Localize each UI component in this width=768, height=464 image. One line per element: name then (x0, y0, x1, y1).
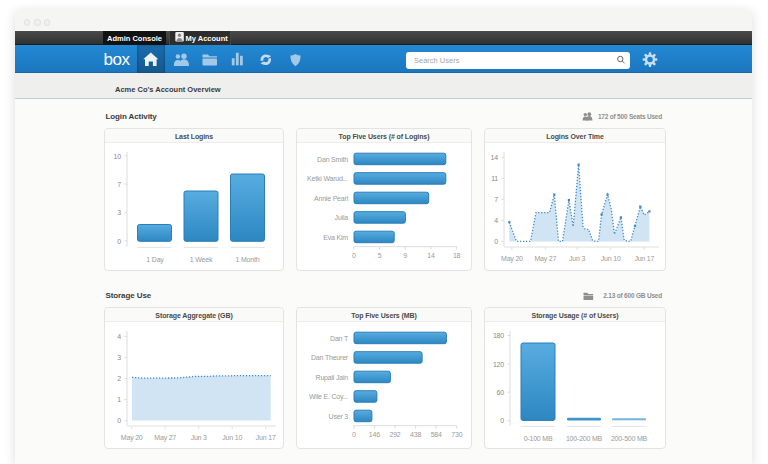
svg-text:7: 7 (494, 196, 498, 203)
svg-text:May 27: May 27 (534, 255, 556, 263)
svg-text:May 20: May 20 (121, 434, 143, 442)
svg-text:Jun 10: Jun 10 (601, 255, 621, 262)
svg-text:Jun 17: Jun 17 (634, 255, 654, 262)
svg-text:100-200 MB: 100-200 MB (566, 435, 603, 442)
svg-text:Wile E. Coy...: Wile E. Coy... (309, 393, 348, 401)
svg-text:Annie Pearl: Annie Pearl (314, 195, 349, 202)
svg-text:4: 4 (117, 333, 121, 340)
svg-text:1 Month: 1 Month (236, 256, 260, 263)
svg-text:2: 2 (117, 375, 121, 382)
svg-text:Eva Kim: Eva Kim (323, 234, 348, 241)
svg-text:Dan Theurer: Dan Theurer (311, 354, 349, 361)
svg-text:438: 438 (410, 431, 421, 438)
svg-text:Rupali Jain: Rupali Jain (316, 374, 349, 382)
svg-text:146: 146 (369, 431, 380, 438)
svg-text:0: 0 (352, 431, 356, 438)
svg-text:0-100 MB: 0-100 MB (524, 435, 553, 442)
svg-text:180: 180 (493, 332, 504, 339)
svg-text:Dan Smith: Dan Smith (317, 156, 348, 163)
svg-text:60: 60 (497, 389, 505, 396)
svg-text:0: 0 (117, 238, 121, 245)
svg-text:User 3: User 3 (329, 413, 349, 420)
svg-text:200-500 MB: 200-500 MB (611, 435, 648, 442)
svg-text:14: 14 (427, 252, 435, 259)
svg-text:730: 730 (451, 431, 462, 438)
svg-text:Ketki Warud...: Ketki Warud... (307, 175, 348, 182)
svg-text:May 20: May 20 (501, 255, 523, 263)
svg-text:0: 0 (494, 238, 498, 245)
svg-text:18: 18 (453, 252, 461, 259)
svg-text:0: 0 (500, 417, 504, 424)
svg-text:3: 3 (117, 209, 121, 216)
svg-text:Jun 3: Jun 3 (191, 434, 207, 441)
svg-text:0: 0 (117, 417, 121, 424)
svg-text:1 Week: 1 Week (190, 256, 213, 263)
svg-text:4: 4 (494, 217, 498, 224)
svg-text:10: 10 (114, 153, 122, 160)
svg-text:11: 11 (491, 175, 498, 182)
svg-text:120: 120 (493, 361, 504, 368)
svg-text:1 Day: 1 Day (146, 256, 164, 264)
svg-text:9: 9 (403, 252, 407, 259)
svg-text:584: 584 (431, 431, 442, 438)
svg-text:1: 1 (117, 396, 121, 403)
svg-text:May 27: May 27 (154, 434, 176, 442)
svg-text:292: 292 (389, 431, 400, 438)
svg-text:14: 14 (491, 154, 499, 161)
svg-text:0: 0 (352, 252, 356, 259)
svg-text:Jun 17: Jun 17 (256, 434, 276, 441)
svg-text:Dan T: Dan T (330, 335, 349, 342)
svg-text:Julia: Julia (335, 214, 349, 221)
svg-text:Jun 10: Jun 10 (222, 434, 242, 441)
svg-text:7: 7 (117, 181, 121, 188)
svg-text:3: 3 (117, 354, 121, 361)
svg-text:Jun 3: Jun 3 (569, 255, 585, 262)
svg-text:5: 5 (378, 252, 382, 259)
